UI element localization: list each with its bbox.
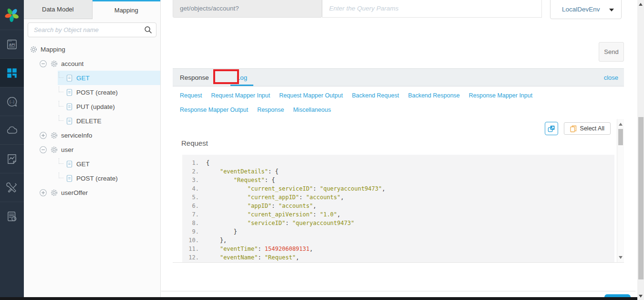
scroll-down-arrow[interactable]	[619, 256, 623, 259]
sidebar-item-analytics[interactable]	[0, 144, 24, 173]
environment-selected-value: LocalDevEnv	[562, 6, 600, 13]
scroll-up-arrow[interactable]	[619, 123, 623, 126]
tree-item-serviceinfo[interactable]: serviceInfo	[24, 128, 160, 142]
document-icon	[65, 174, 73, 182]
api-doc-icon: API	[6, 38, 18, 51]
log-toolbar: Select All	[173, 119, 624, 135]
tree-item-post-create[interactable]: POST (create)	[24, 85, 160, 99]
log-link-response-mapper-input[interactable]: Response Mapper Input	[469, 92, 532, 99]
query-params-input[interactable]	[322, 0, 542, 18]
sidebar-item-api[interactable]: API	[0, 30, 24, 58]
log-link-request-mapper-output[interactable]: Request Mapper Output	[279, 92, 343, 99]
open-in-new-window-button[interactable]	[545, 122, 558, 135]
sidebar-item-code-chat[interactable]: {...}	[0, 87, 24, 116]
request-path-field[interactable]: get/objects/account?	[173, 0, 322, 18]
send-button[interactable]: Send	[599, 42, 624, 62]
log-link-backend-response[interactable]: Backend Response	[408, 92, 459, 99]
tree-item-label: POST (create)	[76, 175, 118, 182]
expand-icon[interactable]	[39, 131, 47, 139]
tree-item-label: POST (create)	[76, 89, 118, 96]
tree-item-get[interactable]: GET	[24, 71, 160, 85]
collapse-icon[interactable]	[39, 146, 47, 154]
select-all-button[interactable]: Select All	[564, 122, 611, 135]
tree-connector	[59, 158, 63, 164]
collapse-icon[interactable]	[39, 60, 47, 68]
log-link-request[interactable]: Request	[180, 92, 202, 99]
log-content: Select All Request 1.{2. "eventDetails":…	[173, 119, 624, 263]
line-number: 4.	[182, 184, 206, 193]
code-line: 2. "eventDetails": {	[182, 167, 614, 176]
environment-select[interactable]: LocalDevEnv	[550, 0, 622, 19]
tree-item-put-update[interactable]: PUT (update)	[24, 99, 160, 114]
page-scroll-up-arrow[interactable]	[639, 3, 643, 6]
log-link-backend-request[interactable]: Backend Request	[352, 92, 399, 99]
document-icon	[65, 160, 73, 168]
line-number: 13.	[182, 262, 206, 263]
pinwheel-logo-icon	[3, 6, 21, 23]
main-area: get/objects/account? LocalDevEnv Send Re…	[161, 0, 637, 297]
help-doc-icon: ?	[6, 210, 18, 223]
tree-item-post-create[interactable]: POST (create)	[24, 171, 160, 185]
tree-item-label: userOffer	[61, 189, 88, 196]
sidebar-item-tools[interactable]	[0, 173, 24, 202]
search-icon[interactable]	[144, 26, 152, 34]
tab-label: Log	[237, 74, 248, 81]
code-line: 12. "eventName": "Request",	[182, 253, 614, 262]
log-panel-tabs: Response Log	[173, 69, 253, 86]
mapping-tree: MappingaccountGETPOST (create)PUT (updat…	[24, 42, 160, 200]
tree-item-mapping[interactable]: Mapping	[24, 42, 160, 56]
line-number: 11.	[182, 245, 206, 253]
select-all-label: Select All	[580, 125, 604, 132]
log-panel-header: Response Log close	[173, 68, 624, 86]
log-link-miscellaneous[interactable]: Miscellaneous	[293, 107, 331, 113]
log-section-links: Request Request Mapper Input Request Map…	[173, 86, 602, 115]
tab-log[interactable]: Log	[230, 69, 254, 86]
tree-connector	[59, 115, 63, 121]
tab-data-model[interactable]: Data Model	[24, 0, 93, 19]
tree-item-useroffer[interactable]: userOffer	[24, 185, 160, 200]
log-link-response-mapper-output[interactable]: Response Mapper Output	[180, 107, 248, 113]
tree-item-label: GET	[76, 161, 90, 168]
sidebar-item-help-docs[interactable]: ?	[0, 202, 24, 230]
code-text: {	[206, 159, 209, 167]
tab-mapping[interactable]: Mapping	[93, 0, 161, 19]
code-line: 10. },	[182, 236, 614, 245]
line-number: 5.	[182, 193, 206, 202]
search-input[interactable]	[28, 22, 156, 37]
tree-item-label: user	[61, 146, 73, 153]
tree-item-user[interactable]: user	[24, 142, 160, 157]
log-link-response[interactable]: Response	[257, 107, 284, 113]
gear-icon	[50, 131, 58, 139]
sidebar-item-cloud[interactable]	[0, 116, 24, 144]
svg-text:{...}: {...}	[10, 100, 15, 104]
app-logo[interactable]	[0, 0, 24, 30]
line-number: 1.	[182, 159, 206, 167]
page-scrollbar-thumb[interactable]	[638, 117, 644, 279]
app-root: API {...}	[0, 0, 644, 300]
code-text: }	[206, 227, 237, 236]
tree-item-delete[interactable]: DELETE	[24, 114, 160, 128]
tree-item-label: PUT (update)	[76, 103, 115, 110]
log-link-request-mapper-input[interactable]: Request Mapper Input	[211, 92, 270, 99]
code-lines: 1.{2. "eventDetails": {3. "Request": {4.…	[182, 159, 614, 263]
line-number: 10.	[182, 236, 206, 245]
code-text: "current_appID": "accounts",	[206, 193, 344, 202]
tab-response[interactable]: Response	[173, 69, 216, 86]
code-line: 5. "current_appID": "accounts",	[182, 193, 614, 202]
line-number: 12.	[182, 253, 206, 262]
scrollbar-thumb[interactable]	[618, 129, 623, 145]
bottom-bar	[0, 297, 637, 300]
sidebar-item-modules[interactable]	[0, 58, 24, 87]
close-link[interactable]: close	[604, 74, 618, 81]
expand-icon[interactable]	[39, 189, 47, 197]
page-scrollbar[interactable]	[637, 0, 644, 300]
page-scroll-down-arrow[interactable]	[639, 295, 643, 298]
tree-item-get[interactable]: GET	[24, 157, 160, 171]
tools-icon	[6, 182, 18, 194]
log-scrollbar[interactable]	[617, 119, 624, 263]
gear-icon	[50, 189, 58, 197]
tree-item-account[interactable]: account	[24, 56, 160, 71]
modules-grid-icon	[6, 67, 18, 79]
tree-item-label: serviceInfo	[61, 132, 92, 139]
code-text: "current_serviceID": "queryaccount9473",	[206, 184, 385, 193]
